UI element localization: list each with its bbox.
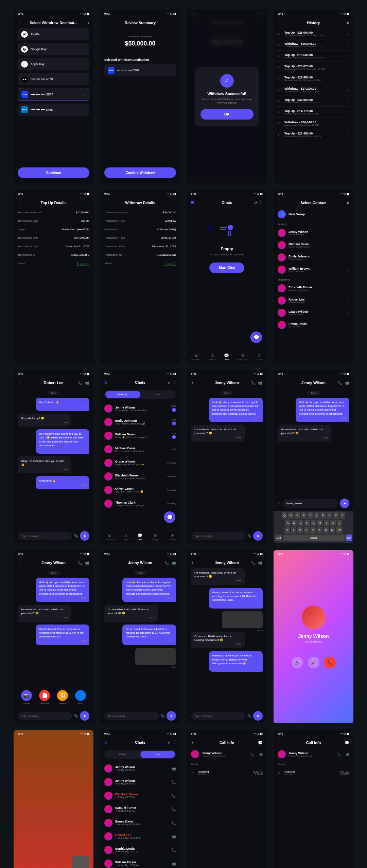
contact-item[interactable]: Jenny WilsonProduct Manager› bbox=[278, 227, 349, 239]
send-button[interactable]: ➤ bbox=[167, 711, 176, 721]
call-icon[interactable]: 📞 bbox=[171, 794, 176, 798]
image-message[interactable] bbox=[222, 611, 263, 628]
call-icon[interactable]: 📞 bbox=[251, 561, 256, 565]
nav-payroll[interactable]: $Payroll bbox=[209, 353, 215, 361]
call-icon[interactable]: 📞 bbox=[171, 821, 176, 825]
back-icon[interactable]: ← bbox=[104, 200, 109, 205]
key[interactable]: K bbox=[330, 520, 336, 526]
video-icon[interactable]: 📹 bbox=[171, 561, 176, 565]
history-item[interactable]: ↓Top Up - $32,060.00Succeeded at 08:18 A… bbox=[278, 95, 349, 107]
contact-item[interactable]: Grace WilsonSystems Analyst› bbox=[278, 307, 349, 319]
chat-list-item[interactable]: Jenny WilsonI'm available. Let's chat. W… bbox=[100, 402, 180, 415]
nav-employees[interactable]: ⊞Employees bbox=[237, 353, 247, 361]
message-input[interactable] bbox=[191, 712, 245, 720]
payment-option[interactable]: AMEX•••• •••• •••• 8456 bbox=[18, 104, 89, 116]
key[interactable]: S bbox=[292, 520, 297, 526]
call-list-item[interactable]: Robert Lee↙ Yesterday, 14:28 PM📹 bbox=[100, 830, 180, 843]
history-item[interactable]: ↑Withdraw - $27,290.00Succeeded at 09:37… bbox=[278, 84, 349, 95]
attach-icon[interactable]: 📎 bbox=[74, 714, 78, 718]
key[interactable]: M bbox=[330, 527, 335, 534]
key[interactable]: I bbox=[327, 512, 332, 519]
more-icon[interactable]: ⋮ bbox=[172, 380, 176, 384]
key[interactable]: ⇧ bbox=[284, 527, 290, 534]
key[interactable]: C bbox=[304, 527, 309, 534]
nav-payroll[interactable]: $Payroll bbox=[123, 533, 129, 541]
mute-button[interactable]: 🎤 bbox=[308, 657, 319, 668]
history-item[interactable]: ↓Top Up - $25,550.00Succeeded at 08:24 A… bbox=[278, 73, 349, 84]
back-icon[interactable]: ← bbox=[191, 740, 196, 745]
chat-list-item[interactable]: Thomas ClarkCongratulations on your pro.… bbox=[100, 497, 180, 510]
ok-button[interactable]: OK bbox=[200, 109, 254, 120]
fab-new-chat[interactable]: 💬 bbox=[250, 331, 262, 343]
key[interactable]: V bbox=[310, 527, 316, 534]
video-icon[interactable]: 📹 bbox=[258, 381, 263, 385]
key[interactable]: J bbox=[324, 520, 329, 526]
key[interactable]: G bbox=[311, 520, 316, 526]
attach-document[interactable]: 📄Document bbox=[39, 690, 50, 704]
tab-chats[interactable]: Chats bbox=[105, 751, 140, 758]
call-list-item[interactable]: Emma Davis↗ Yesterday, 08:36 PM📞 bbox=[100, 816, 180, 830]
attach-audio[interactable]: 🎵Audio bbox=[75, 690, 86, 704]
search-icon[interactable]: ⌕ bbox=[347, 201, 349, 205]
confirm-withdraw-button[interactable]: Confirm Withdraw bbox=[104, 167, 176, 178]
local-video[interactable] bbox=[72, 856, 89, 868]
key[interactable]: U bbox=[320, 512, 326, 519]
key[interactable]: P bbox=[340, 512, 345, 519]
key[interactable]: Y bbox=[314, 512, 319, 519]
payment-option[interactable]: VISA•••• •••• •••• 5567✓ bbox=[18, 88, 89, 101]
video-icon[interactable]: 📹 bbox=[171, 834, 176, 839]
key[interactable]: X bbox=[297, 527, 303, 534]
call-list-item[interactable]: Sophia Lewis↗ Yesterday, 11:47 AM📞 bbox=[100, 843, 180, 857]
key[interactable]: O bbox=[333, 512, 339, 519]
attach-camera[interactable]: 📷Camera bbox=[21, 690, 32, 704]
send-button[interactable]: ➤ bbox=[80, 531, 89, 541]
contact-item[interactable]: William BrownProduct Engineer› bbox=[278, 264, 349, 276]
back-icon[interactable]: ← bbox=[104, 20, 109, 25]
start-chat-button[interactable]: Start Chat bbox=[209, 263, 244, 273]
chat-list-item[interactable]: Michael DavisHey, can you send me the re… bbox=[100, 442, 180, 456]
payment-option[interactable]: ●●•••• •••• •••• 4679 bbox=[18, 73, 89, 85]
nav-chats[interactable]: 💬Chats bbox=[137, 533, 142, 541]
tab-chats[interactable]: Chats (3) bbox=[105, 391, 140, 398]
chat-list-item[interactable]: William BrownHello! 👋 How's your day goi… bbox=[100, 429, 180, 442]
payment-option[interactable]: Apple Pay bbox=[18, 58, 89, 70]
end-call-button[interactable]: 📞 bbox=[324, 657, 336, 668]
send-button[interactable]: ➤ bbox=[253, 531, 263, 541]
call-icon[interactable]: 📞 bbox=[337, 753, 341, 756]
video-icon[interactable]: 📹 bbox=[346, 753, 349, 756]
payment-option[interactable]: GGoogle Pay bbox=[18, 43, 89, 55]
nav-settings[interactable]: ⚙Settings bbox=[169, 533, 176, 541]
call-list-item[interactable]: Jenny Wilson↗ Today, 09:41 AM📞 bbox=[100, 775, 180, 789]
key[interactable]: W bbox=[288, 512, 294, 519]
chat-list-item[interactable]: Elizabeth TurnerHey, are you going to th… bbox=[100, 470, 180, 483]
search-icon[interactable]: ⌕ bbox=[168, 740, 170, 744]
key[interactable]: ⌫ bbox=[336, 527, 343, 534]
call-icon[interactable]: 📞 bbox=[164, 561, 169, 565]
chat-icon[interactable]: 💬 bbox=[345, 741, 349, 745]
contact-item[interactable]: Elizabeth TurnerEngineering Manager› bbox=[278, 282, 349, 294]
chat-icon[interactable]: 💬 bbox=[258, 741, 263, 745]
new-group-button[interactable]: 👥New Group bbox=[278, 208, 349, 220]
key[interactable]: T bbox=[308, 512, 313, 519]
key[interactable]: H bbox=[317, 520, 323, 526]
nav-settings[interactable]: ⚙Settings bbox=[255, 353, 263, 361]
chat-list-item[interactable]: Emily JohnsonI just finished that projec… bbox=[100, 415, 180, 429]
message-input[interactable] bbox=[104, 712, 159, 720]
continue-button[interactable]: Continue bbox=[18, 167, 89, 178]
back-icon[interactable]: ← bbox=[18, 200, 22, 205]
video-icon[interactable]: 📹 bbox=[85, 561, 89, 565]
message-input[interactable] bbox=[283, 499, 338, 508]
back-icon[interactable]: ← bbox=[191, 380, 196, 385]
search-icon[interactable]: ⌕ bbox=[347, 21, 349, 25]
send-button[interactable]: ➤ bbox=[340, 499, 349, 508]
attach-icon[interactable]: 📎 bbox=[161, 714, 164, 718]
back-icon[interactable]: ← bbox=[278, 380, 282, 385]
contact-item[interactable]: Michael DavisSenior Product Designer› bbox=[278, 239, 349, 251]
message-input[interactable] bbox=[18, 712, 72, 720]
call-icon[interactable]: 📞 bbox=[250, 753, 254, 756]
call-list-item[interactable]: William Parker↗ Yesterday, 10:58 AM📹 bbox=[100, 857, 180, 868]
call-icon[interactable]: 📞 bbox=[171, 848, 176, 852]
key[interactable]: Q bbox=[282, 512, 287, 519]
video-icon[interactable]: 📹 bbox=[259, 753, 263, 756]
more-icon[interactable]: ⋮ bbox=[259, 200, 263, 204]
